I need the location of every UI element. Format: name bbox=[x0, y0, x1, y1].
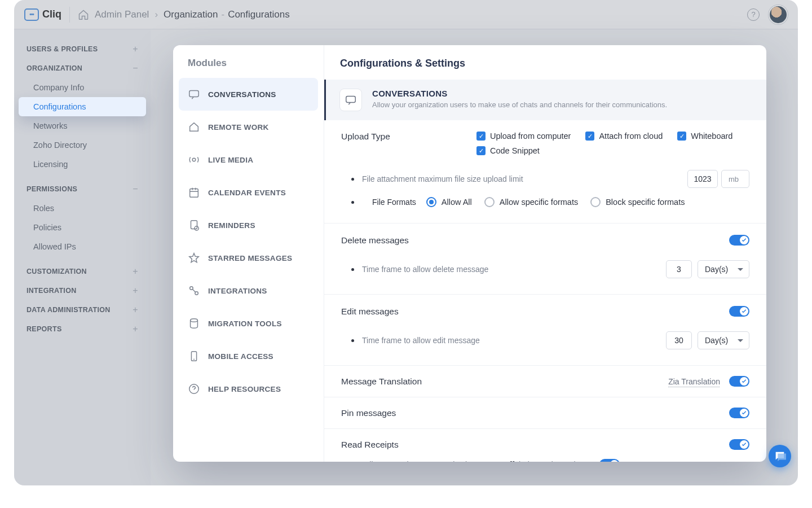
module-conversations[interactable]: CONVERSATIONS bbox=[179, 78, 318, 111]
svg-rect-10 bbox=[346, 97, 356, 103]
mobile-icon bbox=[188, 350, 200, 362]
plus-icon: + bbox=[133, 266, 138, 277]
nav-section-reports[interactable]: REPORTS+ bbox=[14, 319, 151, 339]
nav-item-company-info[interactable]: Company Info bbox=[14, 78, 151, 97]
broadcast-icon bbox=[188, 154, 200, 166]
breadcrumb-root[interactable]: Admin Panel bbox=[95, 9, 149, 20]
chk-code-snippet[interactable]: ✓Code Snippet bbox=[476, 146, 540, 155]
module-mobile-access[interactable]: MOBILE ACCESS bbox=[179, 340, 318, 373]
pin-messages-toggle[interactable] bbox=[729, 408, 749, 418]
bullet-icon bbox=[351, 178, 354, 181]
radio-unchecked-icon bbox=[590, 197, 601, 207]
plus-icon: + bbox=[133, 305, 138, 315]
nav-item-policies[interactable]: Policies bbox=[14, 218, 151, 237]
app-logo[interactable]: ••• Cliq bbox=[24, 8, 61, 21]
read-receipts-sub: Allow users in your organization to turn… bbox=[324, 456, 766, 462]
module-remote-work[interactable]: REMOTE WORK bbox=[179, 111, 318, 143]
svg-point-7 bbox=[191, 319, 198, 322]
topbar: ••• Cliq Admin Panel › Organization - Co… bbox=[14, 0, 798, 29]
svg-rect-2 bbox=[190, 189, 198, 198]
radio-allow-specific[interactable]: Allow specific formats bbox=[484, 197, 578, 207]
chat-icon bbox=[339, 89, 362, 111]
nav-item-zoho-directory[interactable]: Zoho Directory bbox=[14, 135, 151, 155]
breadcrumb-mid[interactable]: Organization bbox=[164, 9, 218, 20]
svg-point-1 bbox=[192, 158, 196, 161]
radio-block-specific[interactable]: Block specific formats bbox=[590, 197, 685, 207]
divider bbox=[69, 7, 70, 23]
chk-upload-computer[interactable]: ✓Upload from computer bbox=[476, 132, 571, 141]
delete-timeframe-unit[interactable]: Day(s) bbox=[698, 260, 749, 278]
nav-item-networks[interactable]: Networks bbox=[14, 116, 151, 135]
radio-unchecked-icon bbox=[484, 197, 495, 207]
avatar[interactable] bbox=[769, 5, 788, 24]
chat-icon bbox=[188, 88, 200, 100]
module-help-resources[interactable]: HELP RESOURCES bbox=[179, 373, 318, 405]
read-receipts-toggle[interactable] bbox=[729, 439, 749, 450]
delete-messages-toggle[interactable] bbox=[729, 235, 749, 246]
nav-section-permissions[interactable]: PERMISSIONS− bbox=[14, 179, 151, 199]
module-calendar-events[interactable]: CALENDAR EVENTS bbox=[179, 176, 318, 209]
plus-icon: + bbox=[133, 286, 138, 296]
checkbox-checked-icon: ✓ bbox=[476, 146, 486, 155]
upload-type-label: Upload Type bbox=[341, 132, 476, 142]
module-starred-messages[interactable]: STARRED MESSAGES bbox=[179, 242, 318, 274]
chat-fab[interactable] bbox=[769, 445, 791, 467]
delete-timeframe-input[interactable] bbox=[666, 260, 692, 278]
message-translation-toggle[interactable] bbox=[729, 376, 749, 387]
nav-section-integration[interactable]: INTEGRATION+ bbox=[14, 281, 151, 300]
reminder-icon bbox=[188, 219, 200, 231]
help-icon bbox=[188, 383, 200, 395]
edit-timeframe-input[interactable] bbox=[666, 331, 692, 349]
modules-panel: Modules CONVERSATIONS REMOTE WORK LIVE M… bbox=[173, 45, 324, 462]
edit-messages-toggle[interactable] bbox=[729, 306, 749, 317]
breadcrumb-dash: - bbox=[221, 9, 224, 20]
module-live-media[interactable]: LIVE MEDIA bbox=[179, 143, 318, 176]
logo-icon: ••• bbox=[24, 8, 39, 21]
pin-messages-label: Pin messages bbox=[341, 408, 729, 418]
module-integrations[interactable]: INTEGRATIONS bbox=[179, 274, 318, 307]
nav-item-allowed-ips[interactable]: Allowed IPs bbox=[14, 237, 151, 256]
nav-section-users[interactable]: USERS & PROFILES+ bbox=[14, 40, 151, 59]
radio-allow-all[interactable]: Allow All bbox=[426, 197, 472, 207]
nav-item-configurations[interactable]: Configurations bbox=[19, 97, 146, 116]
header-desc: Allow your organization users to make us… bbox=[372, 100, 667, 109]
database-icon bbox=[188, 317, 200, 330]
nav-section-customization[interactable]: CUSTOMIZATION+ bbox=[14, 262, 151, 281]
chk-attach-cloud[interactable]: ✓Attach from cloud bbox=[585, 132, 663, 141]
file-size-label: File attachment maximum file size upload… bbox=[362, 174, 687, 183]
conversations-header: CONVERSATIONS Allow your organization us… bbox=[324, 80, 766, 120]
integrations-icon bbox=[188, 284, 200, 297]
read-receipts-label: Read Receipts bbox=[341, 440, 729, 450]
settings-title: Configurations & Settings bbox=[324, 45, 766, 80]
nav-section-data-admin[interactable]: DATA ADMINISTRATION+ bbox=[14, 300, 151, 319]
minus-icon: − bbox=[133, 63, 138, 73]
module-migration-tools[interactable]: MIGRATION TOOLS bbox=[179, 307, 318, 340]
header-title: CONVERSATIONS bbox=[372, 89, 667, 98]
bullet-icon bbox=[351, 268, 354, 271]
chk-whiteboard[interactable]: ✓Whiteboard bbox=[677, 132, 732, 141]
delete-messages-block: Delete messages Time frame to allow dele… bbox=[324, 224, 766, 295]
zia-translation-link[interactable]: Zia Translation bbox=[668, 377, 720, 386]
file-size-input[interactable] bbox=[687, 170, 718, 188]
edit-messages-label: Edit messages bbox=[341, 306, 729, 317]
home-icon[interactable] bbox=[78, 9, 89, 20]
nav-item-roles[interactable]: Roles bbox=[14, 199, 151, 218]
calendar-icon bbox=[188, 186, 200, 199]
breadcrumb-sep: › bbox=[155, 9, 158, 20]
star-icon bbox=[188, 252, 200, 264]
svg-rect-3 bbox=[191, 221, 197, 229]
pin-messages-row: Pin messages bbox=[324, 397, 766, 429]
nav-item-licensing[interactable]: Licensing bbox=[14, 155, 151, 174]
modules-heading: Modules bbox=[173, 45, 324, 78]
edit-messages-block: Edit messages Time frame to allow edit m… bbox=[324, 295, 766, 366]
delete-timeframe-label: Time frame to allow delete message bbox=[362, 265, 666, 274]
checkbox-checked-icon: ✓ bbox=[677, 132, 686, 141]
svg-rect-0 bbox=[189, 91, 199, 97]
edit-timeframe-unit[interactable]: Day(s) bbox=[698, 331, 749, 349]
nav-section-organization[interactable]: ORGANIZATION− bbox=[14, 59, 151, 78]
help-icon[interactable]: ? bbox=[747, 8, 760, 21]
chat-bubble-icon bbox=[774, 450, 786, 462]
read-receipts-turnoff-toggle[interactable] bbox=[599, 459, 620, 462]
settings-panel: Configurations & Settings CONVERSATIONS … bbox=[324, 45, 766, 462]
module-reminders[interactable]: REMINDERS bbox=[179, 209, 318, 242]
